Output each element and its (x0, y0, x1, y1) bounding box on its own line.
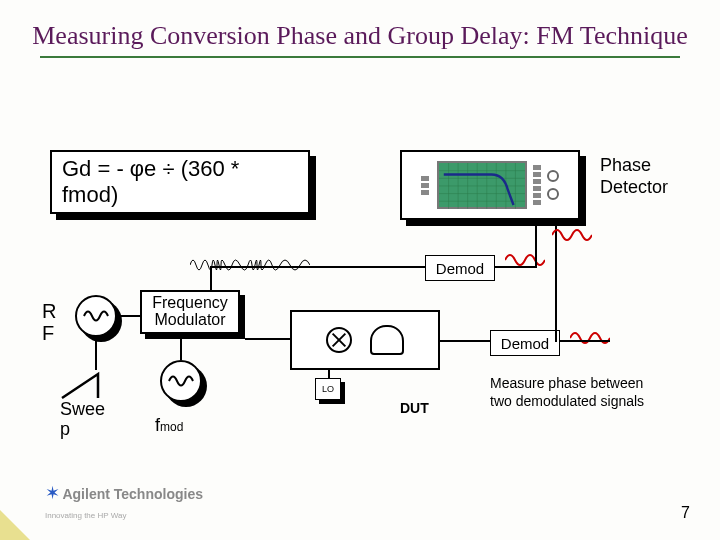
demod-lower-box: Demod (490, 330, 560, 356)
title-underline (40, 56, 680, 58)
phase-detector-instrument (400, 150, 580, 220)
formula-box: Gd = - φe ÷ (360 * fmod) (50, 150, 310, 214)
phase-detector-label: Phase Detector (600, 155, 668, 198)
spark-icon: ✶ (45, 483, 58, 503)
corner-decoration (0, 510, 30, 540)
page-number: 7 (681, 504, 690, 522)
sweep-ramp-icon (60, 370, 115, 400)
bandpass-filter-icon (370, 325, 404, 355)
frequency-modulator-box: Frequency Modulator (140, 290, 240, 334)
fm-signal-icon (190, 255, 310, 275)
demod-upper-box: Demod (425, 255, 495, 281)
sine-wave-icon (570, 328, 610, 348)
formula-text: Gd = - φe ÷ (360 * fmod) (50, 150, 310, 214)
rf-source-icon (75, 295, 117, 337)
sweep-label: Swee p (60, 400, 105, 440)
dut-label: DUT (400, 400, 429, 416)
footer-logo: ✶ Agilent Technologies Innovating the HP… (45, 482, 203, 522)
frequency-modulator-label: Frequency Modulator (140, 290, 240, 334)
mixer-icon (326, 327, 352, 353)
fmod-source-icon (160, 360, 202, 402)
lo-box: LO (315, 378, 341, 400)
fmod-label: fmod (155, 415, 183, 436)
dut-mixer-block (290, 310, 440, 370)
sine-wave-icon (552, 225, 592, 245)
rf-label: R F (42, 300, 56, 344)
instrument-screen (437, 161, 527, 209)
slide-title: Measuring Conversion Phase and Group Del… (0, 0, 720, 54)
measure-caption: Measure phase between two demodulated si… (490, 375, 644, 410)
